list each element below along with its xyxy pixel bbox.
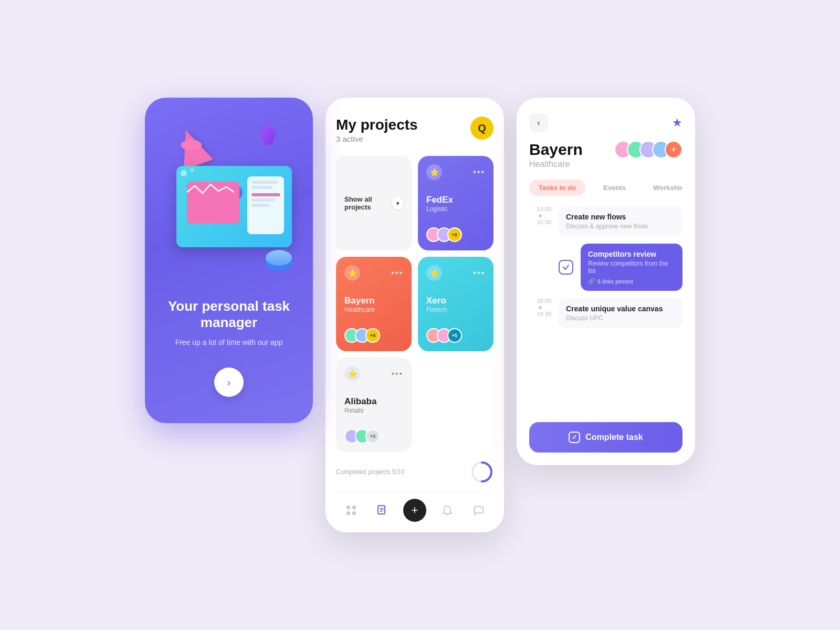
task-item-value-canvas: 16:00 18:30 Create unique value canvas D…	[529, 298, 682, 328]
task-card-value-canvas[interactable]: Create unique value canvas Discuss UPC	[559, 298, 682, 328]
time-start: 13:00	[529, 206, 551, 212]
alibaba-name: Alibaba	[344, 396, 403, 407]
tab-tasks-to-do[interactable]: Tasks to do	[529, 180, 585, 196]
time-end: 15:30	[529, 219, 551, 225]
screen1-title: Your personal task manager	[145, 298, 313, 331]
complete-task-button[interactable]: ✓ Complete task	[529, 422, 682, 453]
screen2-header: My projects 3 active Q	[336, 117, 494, 143]
screen2-projects: My projects 3 active Q Show all projects…	[326, 98, 504, 532]
task-title: Create unique value canvas	[566, 304, 675, 313]
task-title: Create new flows	[566, 213, 675, 221]
avatar-count: +5	[447, 328, 462, 343]
nav-chat-icon[interactable]	[469, 501, 488, 520]
time-column-empty	[529, 244, 551, 291]
tab-events[interactable]: Events	[594, 180, 635, 196]
tab-workshops[interactable]: Workshops	[644, 180, 682, 196]
progress-ring	[470, 460, 494, 484]
team-avatars: +	[614, 141, 682, 159]
screen2-subtitle: 3 active	[336, 134, 418, 143]
alibaba-avatars: +3	[344, 429, 403, 444]
task-item-create-flows: 13:00 15:30 Create new flows Discuss & a…	[529, 206, 682, 236]
task-checkbox[interactable]	[559, 260, 573, 275]
bayern-name: Bayern	[344, 296, 403, 306]
complete-task-icon: ✓	[569, 432, 580, 443]
completed-label: Completed projects 5/10	[336, 468, 404, 476]
chevron-down-icon: ▾	[392, 197, 403, 209]
task-card-create-flows[interactable]: Create new flows Discuss & approve new f…	[559, 206, 682, 236]
nav-add-button[interactable]: +	[403, 499, 426, 522]
nav-docs-icon[interactable]	[373, 501, 392, 520]
more-options-icon[interactable]: •••	[391, 268, 403, 278]
screen3-project-header: Bayern Healthcare +	[529, 141, 682, 169]
device-screen: ▶	[176, 166, 292, 247]
task-card-competitors[interactable]: Competitors review Review competitors fr…	[581, 244, 682, 291]
play-icon: ▶	[226, 184, 243, 201]
time-dot	[539, 214, 542, 217]
show-all-button[interactable]: Show all projects ▾	[336, 156, 412, 250]
link-icon: 🔗	[588, 278, 595, 285]
card-top-xero: ⭐ •••	[426, 265, 485, 281]
screen2-title: My projects	[336, 117, 418, 133]
device-illustration: ▶	[161, 161, 302, 276]
link-count: 6 links pinned	[597, 278, 633, 285]
completed-row: Completed projects 5/10	[336, 460, 494, 484]
card-top-alibaba: ⭐ •••	[344, 366, 403, 382]
card-top-fedex: ⭐ •••	[426, 164, 485, 180]
nav-grid-icon[interactable]	[342, 501, 361, 520]
star-icon: ⭐	[426, 265, 442, 281]
favorite-icon[interactable]: ★	[672, 116, 682, 130]
screen3-nav-header: ‹ ★	[529, 113, 682, 132]
inner-card-pink	[187, 182, 239, 224]
alibaba-info: Alibaba Retails	[344, 396, 403, 414]
bayern-info: Bayern Healthcare	[344, 296, 403, 313]
project-card-bayern[interactable]: ⭐ ••• Bayern Healthcare +4	[336, 257, 412, 351]
xero-name: Xero	[426, 296, 485, 306]
tabs-row: Tasks to do Events Workshops Sch	[529, 180, 682, 196]
star-icon: ⭐	[344, 366, 360, 382]
card-top-bayern: ⭐ •••	[344, 265, 403, 281]
add-member-button[interactable]: +	[665, 141, 682, 159]
star-icon: ⭐	[344, 265, 360, 281]
task-title: Competitors review	[588, 250, 675, 258]
back-button[interactable]: ‹	[529, 113, 548, 132]
project-card-fedex[interactable]: ⭐ ••• FedEx Logistic +2	[418, 156, 494, 250]
screen3-detail: ‹ ★ Bayern Healthcare + Tasks to do Even…	[517, 98, 695, 465]
fedex-info: FedEx Logistic	[426, 195, 485, 213]
fedex-name: FedEx	[426, 195, 485, 205]
header-text: My projects 3 active	[336, 117, 418, 143]
get-started-button[interactable]: ›	[214, 368, 244, 397]
task-desc: Discuss UPC	[566, 314, 675, 322]
alibaba-type: Retails	[344, 407, 403, 414]
bayern-avatars: +4	[344, 328, 403, 343]
svg-rect-5	[352, 511, 356, 515]
more-options-icon[interactable]: •••	[473, 268, 485, 278]
screens-container: ▶	[145, 98, 695, 532]
screen1-text-block: Your personal task manager Free up a lot…	[145, 298, 313, 362]
project-name: Bayern	[529, 141, 583, 159]
svg-rect-2	[346, 506, 350, 509]
more-options-icon[interactable]: •••	[473, 167, 485, 177]
time-column: 16:00 18:30	[529, 298, 551, 328]
xero-type: Fintech	[426, 306, 485, 313]
complete-task-label: Complete task	[585, 433, 643, 442]
gem-decoration	[260, 124, 276, 145]
screen1-subtitle: Free up a lot of time with our app	[145, 338, 313, 346]
projects-grid: Show all projects ▾ ⭐ ••• FedEx Logistic…	[336, 156, 494, 452]
avatar-count: +3	[365, 429, 380, 444]
task-desc: Discuss & approve new flows	[566, 223, 675, 230]
project-card-xero[interactable]: ⭐ ••• Xero Fintech +5	[418, 257, 494, 351]
svg-rect-4	[346, 511, 350, 515]
nav-bell-icon[interactable]	[438, 501, 457, 520]
time-start: 16:00	[529, 298, 551, 304]
more-options-icon[interactable]: •••	[391, 369, 403, 379]
cylinder-decoration	[266, 250, 292, 266]
project-type: Healthcare	[529, 160, 583, 169]
fedex-avatars: +2	[426, 227, 485, 242]
user-avatar[interactable]: Q	[470, 117, 494, 140]
inner-card-white	[247, 176, 284, 234]
task-links: 🔗 6 links pinned	[588, 278, 675, 285]
avatar-count: +2	[447, 227, 462, 242]
avatar-count: +4	[365, 328, 380, 343]
project-card-alibaba[interactable]: ⭐ ••• Alibaba Retails +3	[336, 358, 412, 452]
xero-info: Xero Fintech	[426, 296, 485, 313]
